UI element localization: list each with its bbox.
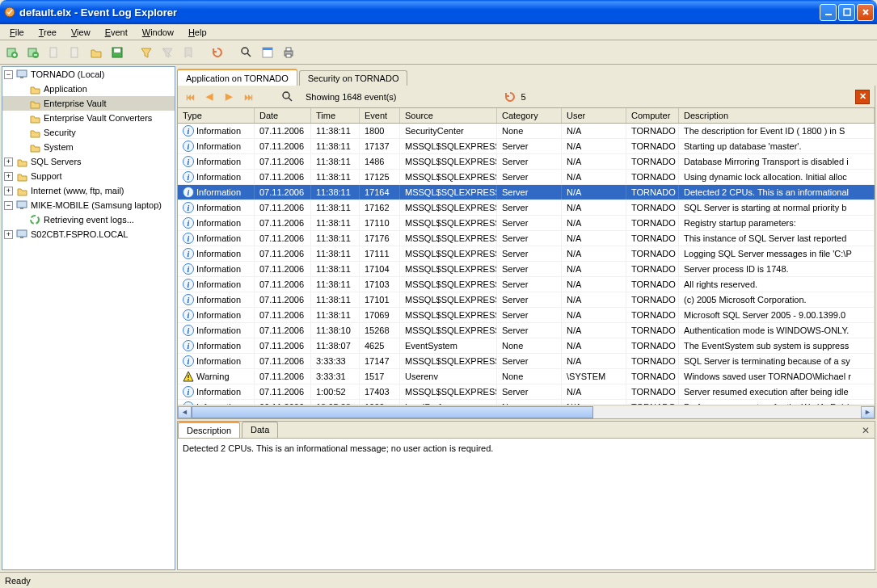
new-log-button[interactable]: [45, 44, 63, 61]
close-button[interactable]: [857, 4, 874, 21]
scroll-left-button[interactable]: ◄: [178, 406, 192, 418]
detail-close-button[interactable]: ✕: [860, 425, 871, 436]
tree-node-support[interactable]: +Support: [2, 169, 175, 183]
menu-view[interactable]: View: [65, 26, 97, 39]
group-icon: [15, 170, 28, 183]
table-body[interactable]: iInformation07.11.200611:38:111800Securi…: [178, 124, 875, 405]
expand-icon[interactable]: +: [4, 230, 13, 239]
cell-category: Server: [497, 170, 562, 184]
tree-node-mikemobile[interactable]: −MIKE-MOBILE (Samsung laptop): [2, 198, 175, 212]
nav-next-button[interactable]: ▶: [221, 90, 236, 104]
log-icon: [28, 111, 41, 124]
table-row[interactable]: iInformation07.11.200611:38:1015268MSSQL…: [178, 323, 875, 338]
col-desc[interactable]: Description: [679, 108, 875, 123]
menu-window[interactable]: Window: [136, 26, 180, 39]
open-workspace-button[interactable]: [24, 44, 42, 61]
table-row[interactable]: iInformation07.11.200611:38:1117110MSSQL…: [178, 216, 875, 231]
print-button[interactable]: [280, 44, 297, 61]
table-row[interactable]: iInformation07.11.20063:33:3317147MSSQL$…: [178, 354, 875, 369]
table-row[interactable]: iInformation07.11.200611:38:111800Securi…: [178, 124, 875, 139]
table-row[interactable]: iInformation07.11.200611:38:1117101MSSQL…: [178, 292, 875, 308]
tree-node-sqlservers[interactable]: +SQL Servers: [2, 154, 175, 169]
col-date[interactable]: Date: [255, 108, 311, 123]
tree-node-ev-converters[interactable]: Enterprise Vault Converters: [2, 111, 175, 125]
menu-tree[interactable]: Tree: [32, 26, 63, 39]
minimize-button[interactable]: [820, 4, 837, 21]
tab-security[interactable]: Security on TORNADO: [299, 70, 408, 86]
window-controls: [820, 4, 874, 21]
cell-date: 07.11.2006: [255, 124, 311, 138]
nav-first-button[interactable]: ⏮: [183, 90, 197, 104]
refresh-button[interactable]: [209, 44, 226, 61]
col-time[interactable]: Time: [311, 108, 360, 123]
scroll-track[interactable]: [192, 406, 861, 418]
table-row[interactable]: iInformation07.11.200611:38:1117103MSSQL…: [178, 277, 875, 292]
expand-icon[interactable]: +: [4, 172, 13, 181]
detail-tab-description[interactable]: Description: [178, 422, 240, 438]
clear-filter-button[interactable]: [158, 44, 176, 61]
col-event[interactable]: Event: [360, 108, 400, 123]
cell-type: Information: [196, 295, 241, 304]
tree-node-security[interactable]: Security: [2, 125, 175, 140]
table-row[interactable]: iInformation07.11.200611:38:1117137MSSQL…: [178, 139, 875, 154]
nav-last-button[interactable]: ⏭: [241, 90, 255, 104]
cell-event: 17111: [360, 246, 400, 261]
auto-refresh-icon[interactable]: [504, 90, 517, 103]
horizontal-scrollbar[interactable]: ◄ ►: [178, 405, 875, 418]
tree-node-s02cbt[interactable]: +S02CBT.FSPRO.LOCAL: [2, 227, 175, 242]
tree-label: Security: [44, 128, 76, 137]
col-category[interactable]: Category: [497, 108, 562, 123]
col-source[interactable]: Source: [400, 108, 497, 123]
scroll-right-button[interactable]: ►: [861, 406, 875, 418]
table-row[interactable]: iInformation07.11.200611:38:1117125MSSQL…: [178, 170, 875, 185]
menu-file[interactable]: File: [3, 26, 31, 39]
tree-node-retrieving[interactable]: Retrieving event logs...: [2, 212, 175, 227]
save-button[interactable]: [108, 44, 126, 61]
tree-node-internet[interactable]: +Internet (www, ftp, mail): [2, 183, 175, 198]
expand-icon[interactable]: +: [4, 158, 13, 166]
col-type[interactable]: Type: [178, 108, 255, 123]
find-button[interactable]: [238, 44, 255, 61]
menu-help[interactable]: Help: [182, 26, 213, 39]
table-row[interactable]: iInformation07.11.200611:38:111486MSSQL$…: [178, 154, 875, 170]
filter-button[interactable]: [137, 44, 155, 61]
cell-user: N/A: [562, 246, 626, 261]
collapse-icon[interactable]: −: [4, 201, 13, 210]
close-tab-button[interactable]: ✕: [855, 90, 870, 104]
open-folder-button[interactable]: [87, 44, 105, 61]
menu-event[interactable]: Event: [99, 26, 134, 39]
table-row[interactable]: iInformation07.11.200611:38:074625EventS…: [178, 338, 875, 354]
information-icon: i: [183, 125, 194, 136]
table-row[interactable]: iInformation07.11.200611:38:1117176MSSQL…: [178, 231, 875, 246]
table-row[interactable]: Warning07.11.20063:33:311517UserenvNone\…: [178, 369, 875, 384]
table-row[interactable]: iInformation07.11.200611:38:1117111MSSQL…: [178, 246, 875, 262]
tree-node-enterprise-vault[interactable]: Enterprise Vault: [2, 96, 175, 111]
table-row[interactable]: iInformation07.11.200611:38:1117104MSSQL…: [178, 262, 875, 277]
scroll-thumb[interactable]: [192, 406, 593, 418]
table-row[interactable]: iInformation07.11.200611:38:1117164MSSQL…: [178, 185, 875, 200]
table-row[interactable]: iInformation07.11.200611:38:1117069MSSQL…: [178, 308, 875, 323]
maximize-button[interactable]: [838, 4, 855, 21]
expand-icon[interactable]: +: [4, 187, 13, 195]
bookmark-button[interactable]: [179, 44, 197, 61]
cell-type: Information: [196, 264, 241, 274]
collapse-icon[interactable]: −: [4, 70, 13, 79]
col-computer[interactable]: Computer: [626, 108, 679, 123]
tree-node-application[interactable]: Application: [2, 82, 175, 96]
table-row[interactable]: iInformation07.11.20061:00:5217403MSSQL$…: [178, 384, 875, 400]
open-log-button[interactable]: [66, 44, 84, 61]
cell-user: N/A: [562, 292, 626, 307]
tree-panel[interactable]: − TORNADO (Local) Application Enterprise…: [2, 66, 175, 570]
tree-node-system[interactable]: System: [2, 140, 175, 154]
tab-application[interactable]: Application on TORNADO: [177, 69, 297, 86]
refresh-all-icon[interactable]: [281, 90, 294, 103]
tree-node-tornado[interactable]: − TORNADO (Local): [2, 67, 175, 82]
cell-date: 07.11.2006: [255, 262, 311, 276]
nav-prev-button[interactable]: ◀: [202, 90, 217, 104]
new-workspace-button[interactable]: [3, 44, 21, 61]
col-user[interactable]: User: [562, 108, 626, 123]
cell-time: 11:38:11: [311, 216, 360, 230]
table-row[interactable]: iInformation07.11.200611:38:1117162MSSQL…: [178, 200, 875, 216]
properties-button[interactable]: [259, 44, 276, 61]
detail-tab-data[interactable]: Data: [242, 422, 278, 438]
